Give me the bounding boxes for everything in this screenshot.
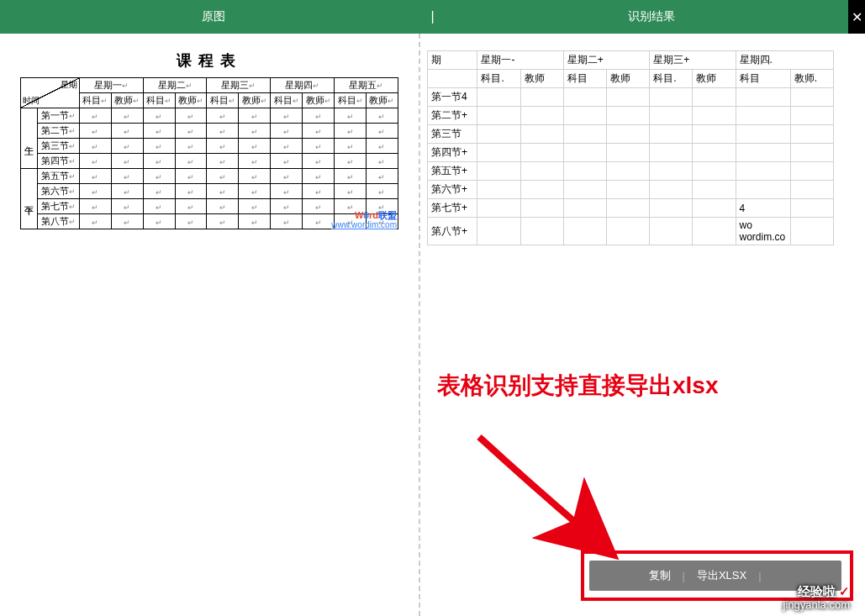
day-header: 星期五↵ <box>335 78 398 93</box>
cell: ↵ <box>271 214 303 229</box>
day-header: 星期一↵ <box>79 78 143 93</box>
sub-header: 教师↵ <box>239 93 271 108</box>
result-cell <box>520 125 563 144</box>
result-cell <box>650 144 693 162</box>
result-cell: 科目. <box>650 70 693 88</box>
result-cell <box>563 218 606 245</box>
day-header: 星期三↵ <box>207 78 271 93</box>
copy-button[interactable]: 复制 <box>649 568 671 583</box>
result-cell <box>693 107 736 125</box>
result-cell <box>606 144 649 162</box>
cell: ↵ <box>366 124 398 139</box>
tab-result[interactable]: 识别结果 <box>438 9 865 24</box>
result-cell <box>477 181 520 199</box>
result-cell <box>563 162 606 181</box>
result-cell <box>477 218 520 245</box>
cell: ↵ <box>175 169 207 184</box>
cell: ↵ <box>79 124 111 139</box>
cell: ↵ <box>271 154 303 169</box>
result-cell <box>563 199 606 218</box>
cell: ↵ <box>79 139 111 154</box>
cell: ↵ <box>111 184 143 199</box>
cell: ↵ <box>207 154 239 169</box>
source-table: 星期 时间 星期一↵ 星期二↵ 星期三↵ 星期四↵ 星期五↵ 科目↵教师↵ 科目… <box>20 77 398 229</box>
cell: ↵ <box>79 169 111 184</box>
cell: ↵ <box>207 214 239 229</box>
cell: ↵ <box>207 108 239 124</box>
cell: ↵ <box>111 108 143 124</box>
cell: ↵ <box>239 214 271 229</box>
close-button[interactable]: ✕ <box>848 0 865 34</box>
result-cell: 第二节+ <box>428 107 477 125</box>
check-icon: ✓ <box>839 584 850 598</box>
result-cell: 星期三+ <box>650 51 736 70</box>
result-cell <box>477 107 520 125</box>
sub-header: 科目↵ <box>143 93 175 108</box>
result-table: 期星期一-星期二+星期三+星期四.科目.教师科目教师科目.教师科目教师.第一节4… <box>427 50 834 245</box>
result-cell <box>477 199 520 218</box>
period-label: 第三节↵ <box>38 139 80 154</box>
result-cell <box>790 88 833 107</box>
cell: ↵ <box>239 184 271 199</box>
cell: ↵ <box>143 169 175 184</box>
result-cell: 期 <box>428 51 477 70</box>
result-cell <box>520 199 563 218</box>
cell: ↵ <box>143 184 175 199</box>
result-cell <box>693 162 736 181</box>
export-xlsx-button[interactable]: 导出XLSX <box>697 568 746 583</box>
content-area: 课程表 星期 时间 星期一↵ 星期二↵ 星期三↵ 星期四↵ 星期五↵ 科目↵教师… <box>0 34 865 616</box>
result-cell <box>693 125 736 144</box>
cell: ↵ <box>111 124 143 139</box>
cell: ↵ <box>79 214 111 229</box>
site-watermark: 经验啦 ✓ jingyanla.com <box>783 585 851 611</box>
result-cell <box>790 199 833 218</box>
result-cell <box>790 107 833 125</box>
result-cell <box>520 181 563 199</box>
result-cell: 星期四. <box>736 51 833 70</box>
sub-header: 科目↵ <box>271 93 303 108</box>
cell: ↵ <box>303 184 335 199</box>
cell: ↵ <box>79 154 111 169</box>
original-panel: 课程表 星期 时间 星期一↵ 星期二↵ 星期三↵ 星期四↵ 星期五↵ 科目↵教师… <box>0 34 419 616</box>
tab-original[interactable]: 原图 <box>0 9 427 24</box>
result-cell <box>563 144 606 162</box>
result-cell <box>520 218 563 245</box>
cell: ↵ <box>271 108 303 124</box>
header-divider: | <box>427 9 437 24</box>
result-cell <box>736 125 790 144</box>
result-cell <box>563 181 606 199</box>
more-actions[interactable] <box>773 570 783 582</box>
cell: ↵ <box>143 214 175 229</box>
cell: ↵ <box>366 108 398 124</box>
result-cell <box>650 181 693 199</box>
result-cell <box>736 162 790 181</box>
cell: ↵ <box>271 124 303 139</box>
cell: ↵ <box>271 184 303 199</box>
cell: ↵ <box>111 154 143 169</box>
result-cell: 星期二+ <box>563 51 649 70</box>
result-cell <box>477 162 520 181</box>
cell: ↵ <box>207 124 239 139</box>
cell: ↵ <box>207 169 239 184</box>
diag-right-label: 星期 <box>61 79 77 91</box>
result-cell <box>736 88 790 107</box>
result-cell: 教师 <box>606 70 649 88</box>
result-cell: 第六节+ <box>428 181 477 199</box>
cell: ↵ <box>143 108 175 124</box>
cell: ↵ <box>335 124 367 139</box>
cell: ↵ <box>239 199 271 214</box>
cell: ↵ <box>303 108 335 124</box>
result-cell <box>790 144 833 162</box>
result-cell <box>477 125 520 144</box>
time-group-label: 上午 <box>21 108 38 169</box>
cell: ↵ <box>207 199 239 214</box>
cell: ↵ <box>303 124 335 139</box>
cell: ↵ <box>335 139 367 154</box>
result-cell <box>520 88 563 107</box>
cell: ↵ <box>111 199 143 214</box>
result-cell <box>693 181 736 199</box>
cell: ↵ <box>143 139 175 154</box>
result-cell: 教师. <box>790 70 833 88</box>
sub-header: 教师↵ <box>111 93 143 108</box>
source-watermark: Wörd联盟 www.wordim.com <box>331 210 397 229</box>
